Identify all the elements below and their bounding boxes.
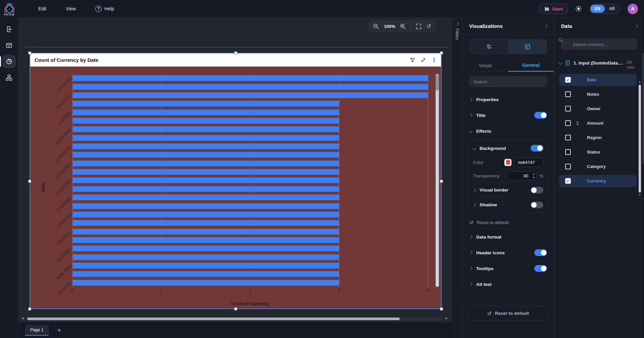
data-search-input[interactable] — [561, 39, 637, 50]
column-row[interactable]: Status — [559, 146, 637, 158]
bar[interactable] — [72, 169, 339, 175]
bar[interactable] — [72, 177, 339, 183]
viz-mode-fields-button[interactable] — [469, 40, 508, 54]
data-scroll-up-icon[interactable]: ▲ — [638, 81, 641, 83]
horizontal-scrollbar[interactable] — [27, 317, 443, 321]
bar[interactable] — [72, 84, 428, 90]
column-row[interactable]: Region — [559, 132, 637, 144]
dataset-chevron-icon[interactable] — [558, 61, 562, 65]
column-checkbox[interactable] — [565, 91, 571, 97]
transparency-increment-icon[interactable]: ▲ — [532, 172, 536, 176]
sidebar-item-charts[interactable] — [2, 55, 16, 68]
zoom-out-button[interactable] — [373, 23, 379, 30]
chart-widget[interactable]: Count of Currency by Date ⋮ — [30, 53, 442, 309]
section-effects[interactable]: Effects — [462, 123, 554, 139]
resize-handle-top-right[interactable] — [440, 51, 443, 54]
resize-handle-left[interactable] — [28, 180, 31, 183]
app-logo[interactable]: PRISM — [0, 2, 19, 16]
data-collapse-icon[interactable] — [634, 24, 638, 28]
column-row[interactable]: ΣAmount — [559, 117, 637, 129]
column-checkbox[interactable]: ✓ — [565, 178, 571, 184]
column-row[interactable]: ✓Currency — [559, 175, 637, 187]
bar[interactable] — [72, 254, 339, 260]
bar[interactable] — [72, 186, 339, 192]
viz-search-input[interactable] — [469, 76, 547, 87]
section-alt-text[interactable]: Alt text — [462, 277, 554, 292]
reset-view-button[interactable]: ↺ — [426, 24, 431, 29]
bar[interactable] — [72, 110, 339, 115]
bar[interactable] — [72, 212, 339, 217]
filters-collapsed-panel[interactable]: Filters — [452, 18, 462, 338]
scroll-right-arrow[interactable]: ▶ — [445, 316, 448, 320]
bar[interactable] — [72, 143, 339, 149]
bar[interactable] — [72, 280, 339, 286]
widget-expand-icon[interactable] — [421, 57, 426, 62]
window-scrollbar[interactable] — [642, 18, 644, 338]
resize-handle-bottom-left[interactable] — [28, 307, 31, 310]
filters-expand-icon[interactable] — [455, 22, 459, 26]
visual-border-toggle[interactable] — [531, 187, 543, 194]
save-button[interactable]: Save — [539, 4, 568, 14]
theme-toggle-button[interactable] — [575, 5, 582, 12]
data-list-scrollbar[interactable]: ▲ ▼ — [638, 81, 641, 197]
section-header-icons[interactable]: Header icons — [462, 245, 554, 261]
reset-to-default-button[interactable]: ↺ Reset to default — [468, 306, 548, 321]
window-scrollbar-thumb[interactable] — [642, 53, 644, 164]
section-title[interactable]: Title — [462, 108, 554, 123]
bar[interactable] — [72, 101, 339, 107]
resize-handle-bottom-center[interactable] — [234, 307, 237, 310]
resize-handle-bottom-right[interactable] — [440, 307, 443, 310]
sidebar-item-layout[interactable] — [2, 39, 16, 52]
background-section[interactable]: Background — [472, 141, 545, 156]
section-visual-border[interactable]: Visual border — [472, 182, 545, 197]
lang-ar-button[interactable]: AR — [605, 5, 619, 13]
avatar[interactable]: A — [628, 4, 638, 14]
title-toggle[interactable] — [534, 112, 547, 119]
bar[interactable] — [72, 237, 339, 243]
bar[interactable] — [72, 152, 339, 158]
collapse-panel-icon[interactable] — [544, 24, 547, 28]
sidebar-item-exit[interactable] — [2, 23, 16, 36]
lang-en-button[interactable]: EN — [590, 5, 605, 13]
column-row[interactable]: Category — [559, 161, 637, 173]
dataset-tree-item[interactable]: 1. Input (DumboData.... (10 cols) — [554, 54, 644, 73]
bar[interactable] — [72, 118, 339, 124]
widget-more-icon[interactable]: ⋮ — [432, 57, 437, 62]
bar[interactable] — [72, 263, 339, 268]
column-row[interactable]: Owner — [559, 103, 637, 115]
tab-visual[interactable]: Visual — [462, 59, 508, 72]
fit-to-screen-button[interactable] — [416, 24, 422, 29]
menu-edit[interactable]: Edit — [38, 6, 46, 11]
report-canvas[interactable]: 100% ↺ Count of Currency by Date — [18, 18, 452, 338]
section-data-format[interactable]: Data format — [462, 229, 554, 245]
resize-handle-right[interactable] — [440, 180, 443, 183]
menu-help[interactable]: ? Help — [95, 6, 114, 12]
shadow-toggle[interactable] — [531, 202, 543, 208]
column-checkbox[interactable] — [565, 164, 571, 169]
column-checkbox[interactable] — [565, 120, 571, 126]
add-page-button[interactable]: + — [57, 327, 61, 334]
resize-handle-top-left[interactable] — [28, 51, 31, 54]
viz-mode-format-button[interactable] — [508, 40, 547, 54]
column-checkbox[interactable] — [565, 106, 571, 112]
bar[interactable] — [72, 75, 428, 81]
bar[interactable] — [72, 229, 339, 235]
scroll-left-arrow[interactable]: ◀ — [21, 316, 24, 320]
bar[interactable] — [72, 195, 339, 200]
bar[interactable] — [72, 220, 339, 226]
bar[interactable] — [72, 135, 339, 141]
widget-filter-icon[interactable] — [410, 57, 415, 63]
bar[interactable] — [72, 161, 339, 166]
bar[interactable] — [72, 271, 339, 277]
tooltips-toggle[interactable] — [534, 265, 547, 272]
background-color-swatch[interactable] — [504, 159, 511, 166]
column-checkbox[interactable] — [565, 149, 571, 155]
bar[interactable] — [72, 92, 428, 98]
chart-scrollbar-thumb[interactable] — [436, 75, 439, 91]
section-shadow[interactable]: Shadow — [472, 197, 545, 212]
transparency-decrement-icon[interactable]: ▼ — [532, 176, 536, 179]
section-tooltips[interactable]: Tooltips — [462, 261, 554, 277]
sidebar-item-flow[interactable] — [2, 71, 16, 84]
bar[interactable] — [72, 203, 339, 209]
header-icons-toggle[interactable] — [534, 249, 547, 256]
